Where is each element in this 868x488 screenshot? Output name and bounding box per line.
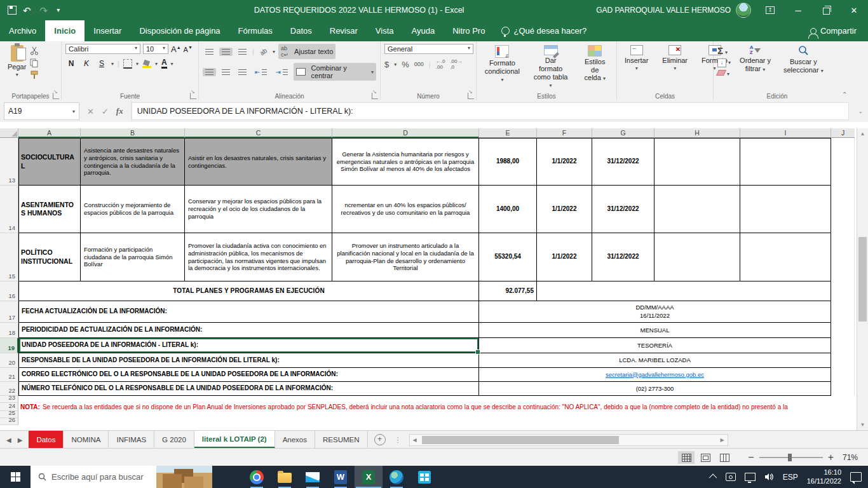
col-header-B[interactable]: B	[81, 128, 185, 138]
cell-D14[interactable]: ncrementar en un 40% los espacios públic…	[332, 186, 479, 233]
cell-H14[interactable]	[654, 186, 740, 233]
tab-nitro-pro[interactable]: Nitro Pro	[444, 20, 494, 41]
grow-font-icon[interactable]: A▲	[171, 44, 181, 54]
customize-quick-access-icon[interactable]: ▾	[57, 7, 60, 13]
cell-styles-button[interactable]: Estilos decelda ▾	[577, 44, 613, 90]
account-area[interactable]: GAD PARROQUIAL VALLE HERMOSO	[596, 3, 751, 18]
clipboard-dialog-launcher-icon[interactable]	[53, 93, 59, 99]
sheet-tab-anexos[interactable]: Anexos	[275, 431, 315, 449]
undo-icon[interactable]: ↶▾	[23, 6, 34, 15]
email-link[interactable]: secretaria@gadvallehermoso.gob.ec	[606, 371, 704, 379]
close-button[interactable]: ✕	[840, 0, 868, 20]
sort-filter-button[interactable]: AZ Ordenar yfiltrar ▾	[736, 44, 775, 90]
decrease-decimal-icon[interactable]: .00→,0	[450, 58, 462, 70]
cell-C15[interactable]: Promover la ciudadanía activa con conoci…	[185, 233, 332, 281]
sheet-tab-g2020[interactable]: G 2020	[154, 431, 194, 449]
decrease-indent-icon[interactable]: ⇤	[252, 67, 269, 77]
font-size-combobox[interactable]: 10▾	[143, 44, 168, 54]
increase-decimal-icon[interactable]: ←.0.00	[436, 58, 445, 70]
sheet-tab-nomina[interactable]: NOMINA	[64, 431, 109, 449]
cell-J15[interactable]	[831, 233, 855, 281]
page-layout-view-icon[interactable]	[697, 451, 714, 464]
col-header-E[interactable]: E	[479, 128, 537, 138]
horizontal-scroll-thumb[interactable]	[422, 436, 619, 444]
cell-C14[interactable]: Conservar y mejorar los espacios público…	[185, 186, 332, 233]
sheet-nav-right-icon[interactable]: ▶	[18, 437, 23, 444]
cell-fecha-value[interactable]: DD/MM/AAAA 16/11/2022	[479, 301, 831, 323]
cell-correo-value[interactable]: secretaria@gadvallehermoso.gob.ec	[479, 368, 831, 382]
fill-down-icon[interactable]: ↓ ▾	[717, 58, 731, 67]
cell-total-value[interactable]: 92.077,55	[479, 281, 537, 301]
row-header-17[interactable]: 17	[0, 301, 18, 323]
tab-vista[interactable]: Vista	[367, 20, 403, 41]
cell-F13[interactable]: 1/1/2022	[537, 138, 592, 186]
language-indicator[interactable]: ESP	[783, 473, 798, 482]
cell-C13[interactable]: Asistir en los desastres naturales, cris…	[185, 138, 332, 186]
name-box[interactable]: A19 ▾	[4, 102, 79, 120]
sheet-nav-left-icon[interactable]: ◀	[6, 437, 11, 444]
col-header-J[interactable]: J	[831, 128, 855, 138]
number-format-combobox[interactable]: General▾	[384, 44, 473, 54]
scroll-right-icon[interactable]: ▶	[717, 437, 728, 443]
clear-icon[interactable]: ▾	[717, 69, 731, 77]
orientation-icon[interactable]: ab	[255, 44, 271, 59]
wrap-text-button[interactable]: abc↵ Ajustar texto	[278, 44, 336, 59]
col-header-G[interactable]: G	[592, 128, 654, 138]
cell-A13[interactable]: SOCIOCULTURAL	[18, 138, 81, 186]
cell-J13[interactable]	[831, 138, 855, 186]
comma-style-icon[interactable]: 000	[414, 61, 424, 67]
find-select-button[interactable]: Buscar yseleccionar ▾	[780, 44, 827, 90]
alignment-dialog-launcher-icon[interactable]	[372, 93, 378, 99]
cell-G13[interactable]: 31/12/2022	[592, 138, 654, 186]
cell-nota[interactable]: NOTA:Se recuerda a las entidades que si …	[18, 403, 788, 411]
col-header-D[interactable]: D	[332, 128, 479, 138]
format-painter-icon[interactable]	[30, 71, 39, 79]
account-avatar[interactable]	[736, 3, 751, 18]
cell-A15[interactable]: POLÍTICO INSTITUCIONAL	[18, 233, 81, 281]
zoom-out-icon[interactable]: −	[748, 452, 754, 463]
sheet-tab-resumen[interactable]: RESUMEN	[315, 431, 368, 449]
cell-total-filler[interactable]	[537, 281, 831, 301]
row-header-16[interactable]: 16	[0, 281, 18, 301]
taskbar-excel-icon[interactable]: X	[355, 466, 383, 488]
cell-G15[interactable]: 31/12/2022	[592, 233, 654, 281]
cell-H15[interactable]	[654, 233, 740, 281]
cell-H13[interactable]	[654, 138, 740, 186]
horizontal-scrollbar[interactable]: ◀ ▶	[409, 434, 728, 446]
cell-J22[interactable]	[831, 382, 855, 396]
cell-J17[interactable]	[831, 301, 855, 323]
conditional-formatting-button[interactable]: Formatocondicional ▾	[480, 44, 524, 90]
cut-icon[interactable]	[30, 46, 39, 55]
sheet-tab-literal-k-lotaip-2[interactable]: literal k LOTAIP (2)	[194, 431, 275, 449]
font-dialog-launcher-icon[interactable]	[190, 93, 196, 99]
merge-center-button[interactable]: Combinar y centrar ▾	[294, 63, 376, 81]
col-header-F[interactable]: F	[537, 128, 592, 138]
cell-J18[interactable]	[831, 323, 855, 338]
search-highlight-image[interactable]	[156, 466, 212, 488]
vertical-scrollbar[interactable]: ▲ ▼	[857, 128, 868, 430]
hidden-icons-chevron-icon[interactable]	[711, 474, 717, 480]
tab-ayuda[interactable]: Ayuda	[403, 20, 444, 41]
normal-view-icon[interactable]	[678, 451, 695, 464]
cell-I13[interactable]	[740, 138, 831, 186]
cell-E15[interactable]: 55320,54	[479, 233, 537, 281]
font-color-icon[interactable]: A	[161, 58, 167, 69]
save-icon[interactable]	[8, 6, 17, 15]
minimize-button[interactable]: ─	[784, 0, 812, 20]
autosum-icon[interactable]: Σ ▾	[717, 45, 731, 56]
copy-icon[interactable]	[30, 58, 39, 67]
cell-D15[interactable]: Promover un instrumento articulado a la …	[332, 233, 479, 281]
number-dialog-launcher-icon[interactable]	[468, 93, 474, 99]
align-bottom-icon[interactable]	[236, 48, 249, 56]
cell-B15[interactable]: Formación y participación ciudadana de l…	[81, 233, 185, 281]
camera-tray-icon[interactable]	[726, 473, 736, 481]
increase-indent-icon[interactable]: ⇥	[273, 67, 290, 77]
taskbar-store-icon[interactable]	[410, 466, 438, 488]
zoom-level[interactable]: 71%	[843, 453, 858, 462]
align-left-icon[interactable]	[203, 68, 216, 76]
row-header-14[interactable]: 14	[0, 186, 18, 233]
row-header-18[interactable]: 18	[0, 323, 18, 338]
sheet-tab-infimas[interactable]: INFIMAS	[109, 431, 154, 449]
cell-periodicidad-value[interactable]: MENSUAL	[479, 323, 831, 338]
cell-B14[interactable]: Construcción y mejoramiento de espacios …	[81, 186, 185, 233]
